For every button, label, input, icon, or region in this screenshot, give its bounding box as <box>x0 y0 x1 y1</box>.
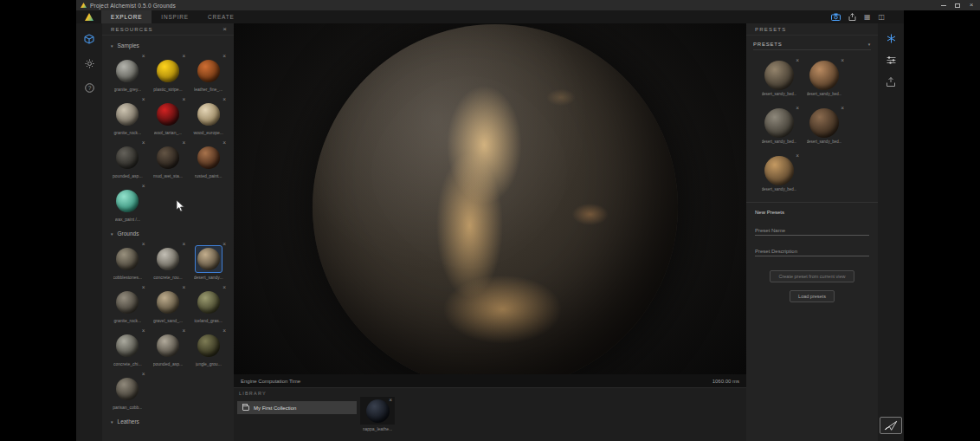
share-icon[interactable] <box>848 13 856 21</box>
section-leathers[interactable]: ▾ Leathers <box>102 412 234 429</box>
material-thumbnail[interactable]: × wax_paint /... <box>107 183 148 224</box>
collection-item[interactable]: My First Collection <box>237 401 357 414</box>
remove-icon[interactable]: × <box>841 106 844 112</box>
presets-title: PRESETS <box>755 27 786 32</box>
collection-name: My First Collection <box>254 405 296 411</box>
preset-thumbnail[interactable]: × desert_sandy_bed... <box>757 105 802 144</box>
material-label: pounded_asp... <box>153 361 183 366</box>
minimize-icon <box>941 5 946 6</box>
remove-icon[interactable]: × <box>183 97 186 103</box>
material-thumbnail[interactable]: × granite_grey... <box>107 53 148 94</box>
remove-icon[interactable]: × <box>142 285 145 291</box>
remove-icon[interactable]: × <box>222 97 226 103</box>
viewport-3d[interactable]: Engine Computation Time 1060.00 ms <box>234 23 746 387</box>
remove-icon[interactable]: × <box>222 54 226 60</box>
remove-icon[interactable]: × <box>222 242 226 248</box>
material-thumbnail[interactable]: × wood_europe... <box>188 96 229 137</box>
material-sphere <box>116 334 139 357</box>
preset-thumbnail[interactable]: × desert_sandy_bed... <box>757 152 802 191</box>
viewport-settings-icon[interactable] <box>887 34 896 43</box>
material-thumbnail[interactable]: × cobblestones... <box>107 241 148 282</box>
material-thumbnail[interactable]: × wool_tartan_... <box>148 96 189 137</box>
sphere-frame <box>195 289 222 316</box>
layout-grid-icon[interactable]: ▦ <box>864 14 871 21</box>
material-thumbnail[interactable]: × pounded_asp... <box>107 139 148 180</box>
camera-icon[interactable] <box>831 13 841 21</box>
material-label: wool_tartan_... <box>154 130 183 135</box>
material-thumbnail[interactable]: × parisan_cobb... <box>107 371 148 412</box>
material-thumbnail[interactable]: × pounded_asp... <box>148 328 189 368</box>
create-preset-button[interactable]: Create preset from current view <box>770 270 854 282</box>
remove-icon[interactable]: × <box>142 242 145 248</box>
material-thumbnail[interactable]: × granite_rock... <box>107 96 148 137</box>
remove-icon[interactable]: × <box>183 140 186 146</box>
presets-dropdown[interactable]: PRESETS ▾ <box>753 38 871 50</box>
sphere-frame <box>154 289 182 316</box>
library-panel: LIBRARY My First Collection × nappa_leat… <box>234 387 746 441</box>
remove-icon[interactable]: × <box>183 54 186 60</box>
remove-icon[interactable]: × <box>796 106 799 112</box>
material-thumbnail[interactable]: × concrete_rou... <box>148 241 189 282</box>
remove-icon[interactable]: × <box>142 140 145 146</box>
remove-icon[interactable]: × <box>222 328 226 334</box>
nav-tab[interactable]: CREATE <box>198 10 244 23</box>
remove-icon[interactable]: × <box>142 184 145 190</box>
preset-sphere <box>809 61 839 90</box>
material-sphere <box>197 146 220 169</box>
material-thumbnail[interactable]: × iceland_gras... <box>188 284 229 325</box>
send-feedback-button[interactable] <box>880 417 902 434</box>
preset-sphere <box>764 61 794 90</box>
library-thumbnail[interactable]: × nappa_leathe... <box>360 397 395 431</box>
remove-icon[interactable]: × <box>796 153 799 159</box>
sphere-frame <box>113 187 141 215</box>
material-sphere <box>157 60 179 82</box>
remove-icon[interactable]: × <box>183 242 186 248</box>
preset-thumbnail[interactable]: × desert_sandy_bed... <box>802 57 847 96</box>
material-thumbnail[interactable]: × desert_sandy... <box>188 241 229 282</box>
material-thumbnail[interactable]: × rusted_paint... <box>188 139 229 180</box>
remove-icon[interactable]: × <box>841 58 844 64</box>
section-samples[interactable]: ▾ Samples <box>102 36 234 53</box>
remove-icon[interactable]: × <box>142 54 145 60</box>
settings-gear-icon[interactable] <box>85 59 94 68</box>
material-preview-sphere[interactable] <box>313 24 678 387</box>
remove-icon[interactable]: × <box>796 58 799 64</box>
material-thumbnail[interactable]: × leather_fine_... <box>188 53 229 94</box>
material-label: mud_wet_sta... <box>153 173 183 178</box>
minimize-button[interactable] <box>937 0 951 10</box>
remove-icon[interactable]: × <box>142 97 145 103</box>
filters-icon[interactable] <box>887 56 896 64</box>
material-sphere <box>116 103 139 126</box>
layout-columns-icon[interactable]: ◫ <box>878 14 885 21</box>
preset-description-input[interactable] <box>755 246 869 256</box>
preset-name-input[interactable] <box>755 225 869 236</box>
remove-icon[interactable]: × <box>183 285 186 291</box>
preset-thumbnail[interactable]: × desert_sandy_bed... <box>757 57 802 96</box>
load-presets-button[interactable]: Load presets <box>790 290 835 302</box>
remove-icon[interactable]: × <box>142 372 145 378</box>
preset-thumbnail[interactable]: × desert_sandy_bed... <box>802 105 847 144</box>
export-icon[interactable] <box>887 77 895 87</box>
section-grounds[interactable]: ▾ Grounds <box>102 224 234 241</box>
material-thumbnail[interactable]: × mud_wet_sta... <box>148 139 189 180</box>
material-thumbnail[interactable]: × jungle_grou... <box>188 328 229 368</box>
remove-icon[interactable]: × <box>222 285 226 291</box>
remove-icon[interactable]: × <box>222 140 226 146</box>
material-sphere <box>116 60 139 82</box>
material-sphere <box>116 248 139 270</box>
remove-icon[interactable]: × <box>183 328 186 334</box>
nav-tab[interactable]: EXPLORE <box>101 10 152 23</box>
close-button[interactable]: × <box>964 0 978 10</box>
help-icon[interactable]: ? <box>85 83 94 93</box>
preset-label: desert_sandy_bed... <box>807 139 842 144</box>
nav-tab[interactable]: INSPIRE <box>152 10 198 23</box>
material-thumbnail[interactable]: × plastic_stripe... <box>148 53 189 94</box>
remove-icon[interactable]: × <box>142 328 145 334</box>
material-thumbnail[interactable]: × granite_rock... <box>107 284 148 325</box>
close-panel-icon[interactable]: × <box>222 26 228 33</box>
material-thumbnail[interactable]: × gravel_sand_... <box>148 284 189 325</box>
remove-icon[interactable]: × <box>389 398 392 404</box>
material-thumbnail[interactable]: × concrete_chi... <box>107 328 148 368</box>
maximize-button[interactable] <box>951 0 964 10</box>
explore-cube-icon[interactable] <box>84 34 94 44</box>
